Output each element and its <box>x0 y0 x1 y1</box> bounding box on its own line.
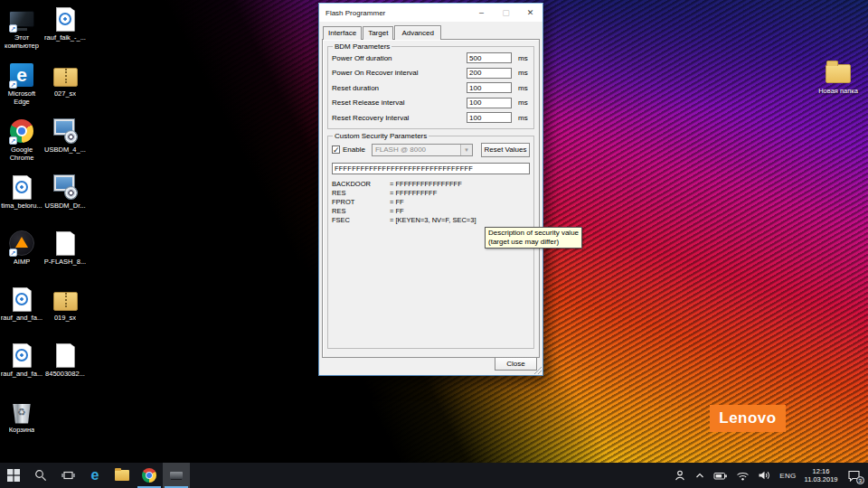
aimp-icon <box>7 230 36 257</box>
taskbar-chrome-button[interactable] <box>136 463 163 488</box>
shortcut-arrow-icon <box>9 136 17 145</box>
desktop-icon-edge[interactable]: Microsoft Edge <box>0 58 43 114</box>
hidden-icons-button[interactable] <box>691 463 710 488</box>
close-button[interactable]: Close <box>495 357 537 371</box>
audio-file-icon <box>7 342 36 369</box>
audio-file-icon <box>7 286 36 313</box>
desktop-icon-label: Microsoft Edge <box>1 90 43 106</box>
desktop-icon-rauf-faik[interactable]: rauf_faik_-_... <box>43 2 87 58</box>
file-icon <box>51 342 80 369</box>
shortcut-arrow-icon <box>9 80 17 89</box>
volume-button[interactable] <box>754 463 776 488</box>
field-value: = FF <box>390 198 404 207</box>
field-name: FSEC <box>332 216 390 225</box>
desktop-icon-label: rauf_faik_-_... <box>44 34 86 42</box>
action-center-button[interactable]: 3 <box>842 463 865 488</box>
task-view-button[interactable] <box>54 463 81 488</box>
desktop-icon-label: 027_sx <box>54 90 76 99</box>
power-on-recover-label: Power On Recover interval <box>332 69 467 77</box>
advanced-tab-page: BDM Parameters Power Off duration ms Pow… <box>322 39 540 358</box>
taskbar: e <box>0 463 868 488</box>
audio-file-icon <box>51 5 80 33</box>
desktop-icon-label: rauf_and_fa... <box>1 314 42 323</box>
tab-interface[interactable]: Interface <box>323 26 362 40</box>
taskbar-flash-programmer-button[interactable] <box>163 463 190 488</box>
flash-programmer-window: Flash Programmer – ▢ ✕ Interface Target … <box>318 3 543 376</box>
desktop-icon-grid: Этот компьютер rauf_faik_-_... Microsoft… <box>0 2 87 450</box>
people-button[interactable] <box>670 463 691 488</box>
task-view-icon <box>61 469 75 482</box>
reset-duration-input[interactable] <box>467 82 512 93</box>
power-on-recover-input[interactable] <box>467 68 512 79</box>
recycle-bin-icon <box>7 398 36 425</box>
battery-status-button[interactable] <box>710 463 732 488</box>
power-off-duration-input[interactable] <box>467 52 512 63</box>
reset-recovery-input[interactable] <box>467 112 512 123</box>
language-indicator[interactable]: ENG <box>776 463 800 488</box>
desktop-icon-label: tima_beloru... <box>1 202 42 211</box>
desktop-icon-usbdm-dr[interactable]: USBDM_Dr... <box>43 170 87 226</box>
titlebar[interactable]: Flash Programmer – ▢ ✕ <box>319 4 542 22</box>
security-value-input[interactable] <box>332 163 530 174</box>
tray-date: 11.03.2019 <box>805 475 838 483</box>
chrome-icon <box>142 468 156 483</box>
tray-time: 12:16 <box>805 467 838 475</box>
memory-region-value: FLASH @ 8000 <box>375 145 426 154</box>
desktop-icon-recycle-bin[interactable]: Корзина <box>0 394 43 450</box>
security-field-row: RES = FFFFFFFFFF <box>332 189 530 198</box>
desktop: Lenovo Этот компьютер rauf_faik_-_... Mi… <box>0 0 868 488</box>
folder-icon <box>824 58 853 85</box>
clock[interactable]: 12:16 11.03.2019 <box>800 463 842 488</box>
desktop-icon-this-pc[interactable]: Этот компьютер <box>0 2 43 58</box>
desktop-icon-tima-beloru[interactable]: tima_beloru... <box>0 170 43 226</box>
security-field-list: BACKDOOR = FFFFFFFFFFFFFFFF RES = FFFFFF… <box>332 180 530 225</box>
tooltip-line1: Description of security value <box>488 229 579 238</box>
desktop-icon-rauf-and-fa-1[interactable]: rauf_and_fa... <box>0 282 43 338</box>
desktop-icon-label: Корзина <box>9 427 35 435</box>
search-button[interactable] <box>27 463 54 488</box>
desktop-icon-label: 019_sx <box>54 314 76 323</box>
desktop-icon-new-folder[interactable]: Новая папка <box>816 58 860 95</box>
field-value: = FFFFFFFFFFFFFFFF <box>390 180 462 189</box>
field-name: RES <box>332 207 390 216</box>
field-value: = FF <box>390 207 404 216</box>
security-field-row: RES = FF <box>332 207 530 216</box>
reset-values-button[interactable]: Reset Values <box>481 143 530 157</box>
desktop-icon-aimp[interactable]: AIMP <box>0 226 43 282</box>
desktop-icon-019-sx[interactable]: 019_sx <box>43 282 87 338</box>
taskbar-explorer-button[interactable] <box>108 463 136 488</box>
close-window-button[interactable]: ✕ <box>518 4 542 22</box>
windows-logo-icon <box>7 469 20 482</box>
desktop-icon-rauf-and-fa-2[interactable]: rauf_and_fa... <box>0 338 43 394</box>
bdm-parameters-label: BDM Parameters <box>333 42 392 51</box>
bdm-row: Reset Recovery Interval ms <box>332 110 530 126</box>
unit-label: ms <box>512 84 530 92</box>
start-button[interactable] <box>0 463 27 488</box>
desktop-icon-845003082[interactable]: 845003082... <box>43 338 87 394</box>
enable-label: Enable <box>343 145 365 154</box>
reset-release-input[interactable] <box>467 98 512 108</box>
chevron-up-icon <box>694 470 705 481</box>
tab-strip: Interface Target Advanced <box>319 22 542 39</box>
speaker-icon <box>758 469 771 482</box>
minimize-button[interactable]: – <box>469 4 494 22</box>
bdm-parameters-group: BDM Parameters Power Off duration ms Pow… <box>327 42 534 129</box>
tab-target[interactable]: Target <box>363 26 393 40</box>
desktop-icon-usbdm-4[interactable]: USBDM_4_... <box>43 114 87 170</box>
chevron-down-icon: ▼ <box>460 145 472 155</box>
desktop-icon-p-flash[interactable]: P-FLASH_8... <box>43 226 87 282</box>
desktop-icon-chrome[interactable]: Google Chrome <box>0 114 43 170</box>
desktop-icon-027-sx[interactable]: 027_sx <box>43 58 87 114</box>
unit-label: ms <box>512 99 530 107</box>
taskbar-edge-button[interactable]: e <box>81 463 108 488</box>
network-button[interactable] <box>732 463 754 488</box>
power-off-duration-label: Power Off duration <box>332 54 467 62</box>
window-title: Flash Programmer <box>319 9 469 17</box>
enable-checkbox[interactable] <box>332 145 340 154</box>
field-value: = [KEYEN=3, NV=F, SEC=3] <box>390 216 476 225</box>
field-name: FPROT <box>332 198 390 207</box>
tab-advanced[interactable]: Advanced <box>394 25 441 40</box>
bdm-row: Power Off duration ms <box>332 51 530 66</box>
notification-badge: 3 <box>856 476 864 484</box>
memory-region-select: FLASH @ 8000 ▼ <box>372 144 473 156</box>
